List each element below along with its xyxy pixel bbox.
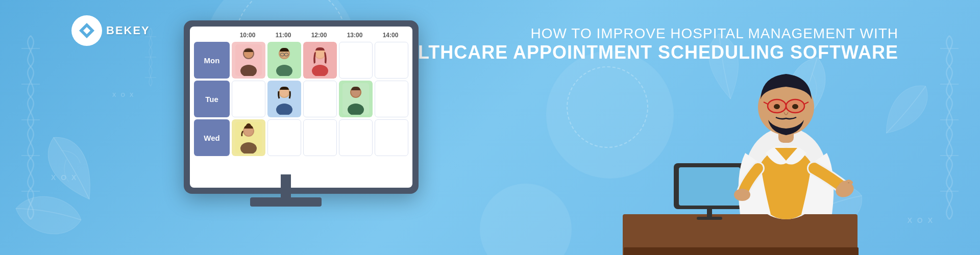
leaf-bottom-left-icon <box>6 177 92 251</box>
xo-pattern-2: X O X <box>908 216 934 224</box>
banner: X O X X O X X O X BEKEY How to Improve H… <box>0 0 980 255</box>
cal-cell <box>339 81 373 117</box>
person-icon <box>342 83 369 115</box>
cal-cell-empty <box>339 42 373 79</box>
monitor-stand-base <box>250 197 322 207</box>
avatar <box>267 81 301 117</box>
avatar <box>267 42 301 79</box>
cal-cell <box>267 81 301 117</box>
cal-header-empty <box>194 31 230 40</box>
cal-cell <box>303 42 337 79</box>
svg-point-53 <box>734 189 750 201</box>
calendar: 10:00 11:00 12:00 13:00 14:00 Mon <box>194 31 408 184</box>
cal-cell <box>232 119 265 156</box>
calendar-body: Mon <box>194 42 408 156</box>
bg-decoration-3 <box>480 184 572 255</box>
svg-point-40 <box>246 123 251 129</box>
doctor-illustration <box>715 10 857 224</box>
avatar <box>339 81 373 117</box>
svg-point-51 <box>792 104 798 109</box>
cal-cell-empty <box>375 42 408 79</box>
avatar <box>232 119 265 156</box>
logo: BEKEY <box>71 15 150 46</box>
day-label-wed: Wed <box>194 119 230 156</box>
dna-right-icon <box>929 31 970 224</box>
cal-cell-empty <box>375 119 408 156</box>
person-icon <box>271 83 298 115</box>
person-icon <box>235 44 262 76</box>
screen-inner: 10:00 11:00 12:00 13:00 14:00 Mon <box>190 27 412 188</box>
xo-pattern-3: X O X <box>112 92 135 98</box>
table-row: Wed <box>194 119 408 156</box>
cal-cell <box>267 42 301 79</box>
cal-cell-empty <box>267 119 301 156</box>
logo-icon <box>74 18 100 43</box>
xo-pattern-1: X O X <box>51 173 78 182</box>
person-icon <box>235 122 262 154</box>
cal-time-1200: 12:00 <box>301 31 337 40</box>
monitor: 10:00 11:00 12:00 13:00 14:00 Mon <box>168 20 434 235</box>
monitor-screen: 10:00 11:00 12:00 13:00 14:00 Mon <box>184 20 419 194</box>
cal-cell <box>232 42 265 79</box>
calendar-header: 10:00 11:00 12:00 13:00 14:00 <box>194 31 408 40</box>
cal-cell-empty <box>339 119 373 156</box>
avatar <box>232 42 265 79</box>
person-icon <box>271 44 298 76</box>
svg-point-50 <box>774 104 780 109</box>
dashed-circle-2 <box>567 66 648 148</box>
cal-cell-empty <box>303 81 337 117</box>
cal-time-1300: 13:00 <box>337 31 373 40</box>
table-row: Mon <box>194 42 408 79</box>
cal-time-1100: 11:00 <box>265 31 301 40</box>
avatar <box>303 42 337 79</box>
cal-cell-empty <box>303 119 337 156</box>
cal-time-1000: 10:00 <box>230 31 265 40</box>
table-row: Tue <box>194 81 408 117</box>
small-monitor-stand <box>707 209 712 217</box>
cal-time-1400: 14:00 <box>373 31 408 40</box>
logo-text: BEKEY <box>106 24 150 37</box>
cal-cell-empty <box>232 81 265 117</box>
day-label-tue: Tue <box>194 81 230 117</box>
monitor-stand-neck <box>281 174 291 200</box>
logo-circle <box>71 15 102 46</box>
day-label-mon: Mon <box>194 42 230 79</box>
person-icon <box>307 44 333 76</box>
cal-cell-empty <box>375 81 408 117</box>
desk-front <box>624 247 859 255</box>
